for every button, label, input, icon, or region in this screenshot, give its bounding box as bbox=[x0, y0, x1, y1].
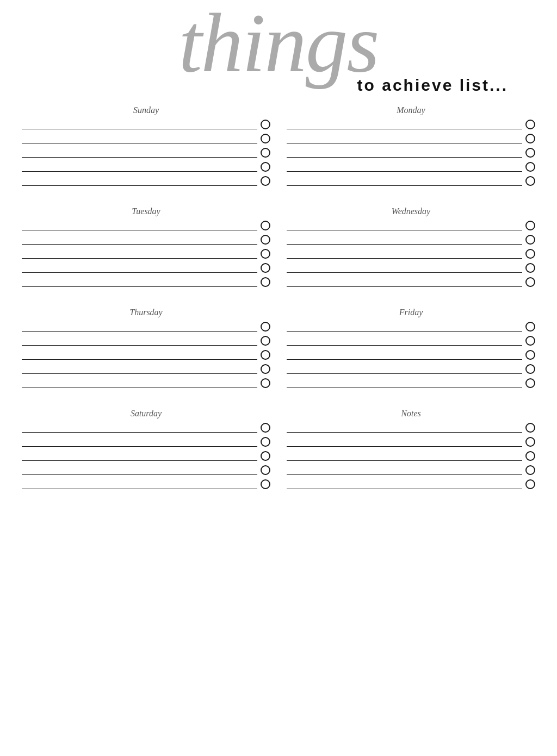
task-line[interactable] bbox=[287, 350, 522, 360]
task-item bbox=[287, 465, 535, 475]
task-line[interactable] bbox=[287, 465, 522, 475]
task-item bbox=[22, 378, 270, 388]
task-line[interactable] bbox=[22, 162, 257, 172]
task-item bbox=[22, 249, 270, 259]
task-circle[interactable] bbox=[525, 134, 535, 143]
task-line[interactable] bbox=[22, 364, 257, 374]
task-circle[interactable] bbox=[261, 176, 270, 186]
day-section-thursday: Thursday bbox=[22, 308, 270, 392]
task-item bbox=[287, 479, 535, 489]
task-circle[interactable] bbox=[525, 437, 535, 447]
task-circle[interactable] bbox=[261, 336, 270, 346]
task-circle[interactable] bbox=[525, 451, 535, 461]
day-section-saturday: Saturday bbox=[22, 409, 270, 493]
task-line[interactable] bbox=[22, 221, 257, 230]
header: things to achieve list... bbox=[22, 0, 535, 95]
task-circle[interactable] bbox=[525, 423, 535, 433]
task-circle[interactable] bbox=[525, 277, 535, 287]
task-circle[interactable] bbox=[261, 277, 270, 287]
task-circle[interactable] bbox=[525, 221, 535, 230]
task-circle[interactable] bbox=[261, 378, 270, 388]
task-circle[interactable] bbox=[525, 322, 535, 332]
day-section-tuesday: Tuesday bbox=[22, 207, 270, 291]
task-item bbox=[22, 162, 270, 172]
task-line[interactable] bbox=[22, 479, 257, 489]
task-line[interactable] bbox=[22, 263, 257, 273]
task-circle[interactable] bbox=[261, 148, 270, 158]
task-circle[interactable] bbox=[261, 322, 270, 332]
task-line[interactable] bbox=[22, 336, 257, 346]
task-circle[interactable] bbox=[261, 162, 270, 172]
task-line[interactable] bbox=[22, 235, 257, 245]
task-line[interactable] bbox=[22, 378, 257, 388]
task-circle[interactable] bbox=[525, 465, 535, 475]
task-line[interactable] bbox=[22, 176, 257, 186]
task-circle[interactable] bbox=[525, 263, 535, 273]
task-circle[interactable] bbox=[525, 235, 535, 245]
task-circle[interactable] bbox=[261, 120, 270, 129]
day-section-wednesday: Wednesday bbox=[287, 207, 535, 291]
task-line[interactable] bbox=[22, 465, 257, 475]
task-line[interactable] bbox=[22, 423, 257, 433]
task-line[interactable] bbox=[287, 378, 522, 388]
task-line[interactable] bbox=[287, 423, 522, 433]
task-line[interactable] bbox=[22, 277, 257, 287]
task-circle[interactable] bbox=[525, 162, 535, 172]
task-item bbox=[287, 120, 535, 129]
task-circle[interactable] bbox=[525, 378, 535, 388]
task-circle[interactable] bbox=[261, 465, 270, 475]
task-item bbox=[22, 134, 270, 143]
task-circle[interactable] bbox=[525, 336, 535, 346]
task-list-saturday bbox=[22, 423, 270, 489]
task-line[interactable] bbox=[287, 336, 522, 346]
task-circle[interactable] bbox=[261, 479, 270, 489]
task-circle[interactable] bbox=[525, 479, 535, 489]
task-line[interactable] bbox=[287, 235, 522, 245]
task-line[interactable] bbox=[287, 249, 522, 259]
task-circle[interactable] bbox=[261, 423, 270, 433]
task-circle[interactable] bbox=[525, 364, 535, 374]
task-line[interactable] bbox=[287, 134, 522, 143]
task-line[interactable] bbox=[287, 437, 522, 447]
task-line[interactable] bbox=[22, 437, 257, 447]
task-line[interactable] bbox=[22, 148, 257, 158]
task-circle[interactable] bbox=[261, 134, 270, 143]
day-label-saturday: Saturday bbox=[22, 409, 270, 418]
task-circle[interactable] bbox=[261, 235, 270, 245]
task-line[interactable] bbox=[287, 120, 522, 129]
task-line[interactable] bbox=[22, 350, 257, 360]
task-line[interactable] bbox=[287, 364, 522, 374]
task-circle[interactable] bbox=[525, 148, 535, 158]
task-item bbox=[22, 277, 270, 287]
task-line[interactable] bbox=[287, 322, 522, 332]
task-circle[interactable] bbox=[525, 350, 535, 360]
task-line[interactable] bbox=[22, 322, 257, 332]
task-circle[interactable] bbox=[525, 176, 535, 186]
task-circle[interactable] bbox=[261, 221, 270, 230]
task-circle[interactable] bbox=[525, 249, 535, 259]
task-circle[interactable] bbox=[261, 249, 270, 259]
task-line[interactable] bbox=[22, 249, 257, 259]
task-line[interactable] bbox=[287, 221, 522, 230]
task-line[interactable] bbox=[287, 263, 522, 273]
task-line[interactable] bbox=[22, 451, 257, 461]
task-line[interactable] bbox=[22, 134, 257, 143]
task-line[interactable] bbox=[287, 176, 522, 186]
task-line[interactable] bbox=[287, 162, 522, 172]
day-section-sunday: Sunday bbox=[22, 105, 270, 190]
task-item bbox=[287, 148, 535, 158]
task-circle[interactable] bbox=[261, 263, 270, 273]
task-line[interactable] bbox=[287, 479, 522, 489]
task-line[interactable] bbox=[287, 451, 522, 461]
task-item bbox=[22, 465, 270, 475]
task-line[interactable] bbox=[287, 148, 522, 158]
task-line[interactable] bbox=[22, 120, 257, 129]
task-item bbox=[287, 249, 535, 259]
task-circle[interactable] bbox=[261, 451, 270, 461]
task-circle[interactable] bbox=[261, 364, 270, 374]
task-list-sunday bbox=[22, 120, 270, 186]
task-circle[interactable] bbox=[261, 350, 270, 360]
task-line[interactable] bbox=[287, 277, 522, 287]
task-circle[interactable] bbox=[525, 120, 535, 129]
task-circle[interactable] bbox=[261, 437, 270, 447]
